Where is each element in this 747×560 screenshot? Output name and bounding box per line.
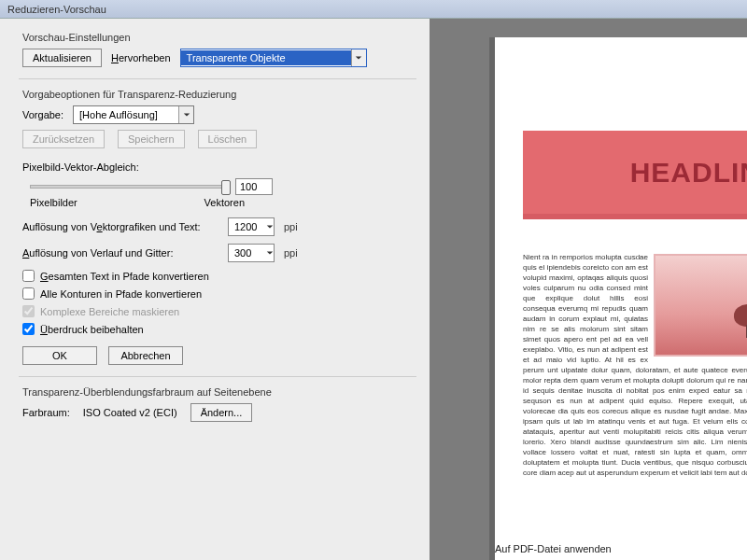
section-preview-label: Vorschau-Einstellungen	[22, 32, 413, 43]
chevron-down-icon	[178, 106, 193, 123]
reset-button: Zurücksetzen	[22, 130, 105, 148]
preview-image	[654, 254, 747, 357]
body-text: Nient ra in remporios molupta cusdae qui…	[523, 252, 747, 478]
save-button: Speichern	[118, 130, 185, 148]
unit-ppi: ppi	[284, 221, 298, 232]
cancel-button[interactable]: Abbrechen	[108, 346, 183, 365]
slider-thumb[interactable]	[221, 180, 231, 195]
preset-label: Vorgabe:	[22, 109, 63, 120]
headline-text: HEADLINE	[630, 157, 747, 189]
cb-text-to-paths[interactable]	[22, 270, 35, 282]
colorspace-value: ISO Coated v2 (ECI)	[83, 407, 177, 418]
chevron-down-icon	[351, 49, 366, 66]
cb-preserve-overprint[interactable]	[22, 323, 35, 335]
section-blend-label: Transparenz-Überblendungsfarbraum auf Se…	[22, 386, 413, 398]
change-button[interactable]: Ändern...	[190, 403, 253, 422]
unit-ppi: ppi	[284, 247, 298, 259]
colorspace-label: Farbraum:	[22, 407, 70, 418]
pixel-label: Pixelbilder	[30, 197, 78, 208]
vector-label: Vektoren	[204, 197, 245, 208]
balance-value[interactable]: 100	[235, 178, 273, 195]
titlebar: Reduzieren-Vorschau	[0, 0, 747, 19]
delete-button: Löschen	[198, 130, 258, 148]
preview-pane: HEADLINE Nient ra in remporios molupta c…	[430, 19, 747, 560]
slider-label: Pixelbild-Vektor-Abgleich:	[22, 161, 413, 173]
cb-preserve-overprint-label: Überdruck beibehalten	[40, 324, 144, 335]
balance-slider[interactable]	[30, 185, 226, 189]
settings-panel: Vorschau-Einstellungen Aktualisieren Her…	[0, 19, 430, 560]
preset-select[interactable]: [Hohe Auflösung]	[73, 105, 194, 124]
chevron-down-icon	[266, 221, 274, 232]
gradient-res-label: Auflösung von Verlauf und Gitter:	[22, 247, 228, 259]
vector-res-label: Auflösung von Vektorgrafiken und Text:	[22, 221, 228, 232]
cb-text-to-paths-label: Gesamten Text in Pfade konvertieren	[40, 271, 209, 282]
cb-clip-complex	[22, 305, 35, 317]
tree-icon	[734, 302, 747, 338]
preview-page: HEADLINE Nient ra in remporios molupta c…	[495, 37, 747, 560]
chevron-down-icon	[266, 247, 274, 259]
section-preset-label: Vorgabeoptionen für Transparenz-Reduzier…	[22, 89, 413, 100]
headline-box: HEADLINE	[523, 131, 747, 215]
cb-clip-complex-label: Komplexe Bereiche maskieren	[40, 306, 179, 317]
cb-strokes-to-paths-label: Alle Konturen in Pfade konvertieren	[40, 288, 202, 300]
refresh-button[interactable]: Aktualisieren	[22, 49, 102, 67]
ok-button[interactable]: OK	[22, 346, 97, 365]
cb-strokes-to-paths[interactable]	[22, 287, 35, 300]
preview-caption: Auf PDF-Datei anwenden	[495, 543, 612, 554]
gradient-res-select[interactable]: 300	[228, 244, 275, 262]
highlight-label: Hervorheben	[111, 52, 171, 63]
vector-res-select[interactable]: 1200	[228, 217, 275, 236]
highlight-select[interactable]: Transparente Objekte	[180, 49, 367, 67]
